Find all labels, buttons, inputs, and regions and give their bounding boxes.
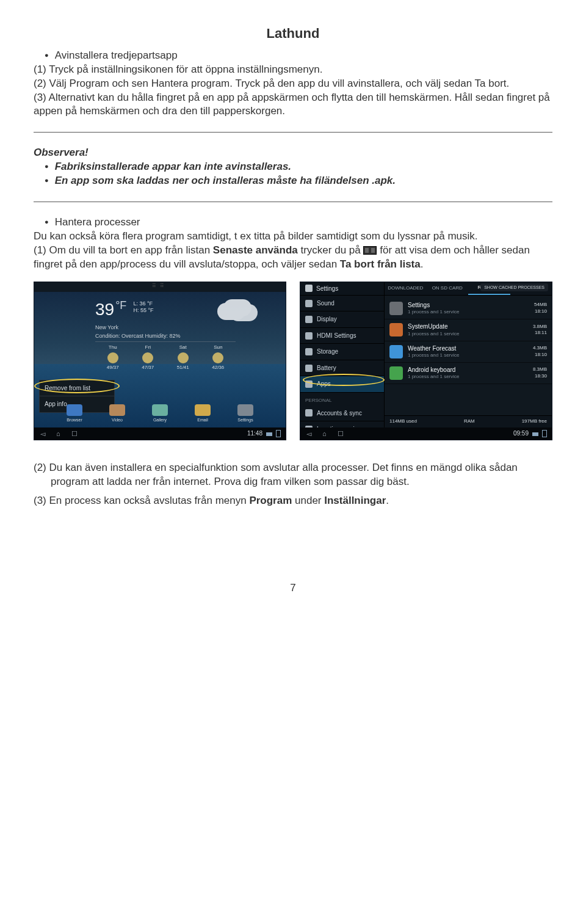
app-time: 18:11	[533, 330, 547, 336]
app-row[interactable]: Weather Forecast1 process and 1 service4…	[385, 341, 552, 363]
menu-label: HDMI Settings	[317, 332, 356, 340]
city-label: New York	[95, 324, 236, 331]
ram-footer: 114MB used RAM 197MB free	[385, 415, 552, 427]
t: Inställningar	[324, 495, 386, 506]
app-time: 18:10	[533, 352, 547, 358]
battery-icon	[276, 430, 281, 437]
sync-icon	[305, 409, 313, 417]
highlight-ellipse	[34, 379, 120, 393]
t: Senaste använda	[213, 244, 298, 256]
section2-step1: (1) Om du vill ta bort en app från lista…	[34, 244, 552, 272]
back-icon[interactable]: ◅	[40, 429, 45, 438]
section1-step2: (2) Välj Program och sen Hantera program…	[34, 77, 552, 91]
menu-label: Sound	[317, 299, 335, 308]
nav-bar: ◅ ⌂ ☐ 11:48	[34, 427, 286, 440]
temp-high: H: 55 °F	[133, 307, 153, 313]
app-size: 8.3MB	[533, 366, 547, 373]
tab-downloaded[interactable]: DOWNLOADED	[385, 282, 427, 295]
app-sub: 1 process and 1 service	[408, 331, 528, 338]
t: Ta bort från lista	[340, 258, 421, 270]
day-temp: 51/41	[165, 365, 201, 371]
menu-storage[interactable]: Storage	[300, 344, 384, 360]
dock-video[interactable]: Video	[108, 404, 126, 423]
app-size: 3.8MB	[533, 324, 547, 330]
settings-header: Settings	[300, 282, 384, 296]
menu-section-personal: PERSONAL	[300, 393, 384, 406]
nav-bar: ◅ ⌂ ☐ 09:59	[300, 427, 552, 440]
section2-heading-bullet: Hantera processer	[45, 216, 552, 230]
highlight-ellipse	[303, 374, 385, 386]
day-name: Fri	[131, 344, 166, 351]
settings-icon	[305, 285, 313, 292]
t: (1) Om du vill ta bort en app från lista…	[34, 244, 213, 256]
section3-step2: (2) Du kan även installera en specialfun…	[34, 461, 552, 489]
dock-settings[interactable]: Settings	[236, 404, 255, 423]
app-name: SystemUpdate	[408, 322, 528, 331]
app-size: 4.3MB	[533, 345, 547, 352]
tab-sdcard[interactable]: ON SD CARD	[427, 282, 469, 295]
ram-used: 114MB used	[389, 418, 417, 425]
battery-icon	[542, 430, 547, 437]
menu-label: Battery	[317, 364, 336, 373]
dock-label: Email	[197, 417, 208, 423]
dock: Browser Video Gallery Email Settings	[34, 399, 286, 427]
app-name: Weather Forecast	[408, 344, 528, 353]
dock-label: Browser	[67, 417, 82, 423]
dock-label: Video	[112, 417, 123, 423]
show-cached-button[interactable]: SHOW CACHED PROCESSES	[480, 283, 548, 291]
menu-accounts[interactable]: Accounts & sync	[300, 406, 384, 422]
app-sub: 1 process and 1 service	[408, 309, 529, 316]
app-icon	[389, 302, 403, 315]
separator	[34, 202, 552, 202]
weather-icon	[212, 352, 223, 363]
screenshot-home-context-menu: ⠿⠿ 39°F L: 36 °FH: 55 °F New York Condit…	[34, 282, 286, 440]
recent-apps-icon	[363, 246, 377, 255]
temp-value: 39	[95, 300, 114, 319]
recent-icon[interactable]: ☐	[338, 429, 344, 438]
app-icon	[389, 366, 403, 380]
note-heading: Observera!	[34, 146, 552, 160]
app-time: 18:30	[533, 373, 547, 380]
day-name: Sun	[201, 344, 236, 351]
dock-email[interactable]: Email	[194, 404, 212, 423]
section1-step1: (1) Tryck på inställningsikonen för att …	[34, 63, 552, 77]
dock-label: Gallery	[153, 417, 167, 423]
settings-title: Settings	[316, 285, 338, 293]
home-icon[interactable]: ⌂	[322, 429, 327, 438]
dock-browser[interactable]: Browser	[65, 404, 84, 423]
weather-icon	[107, 352, 118, 363]
section1-step3: (3) Alternativt kan du hålla fingret på …	[34, 91, 552, 119]
note-bullets: Fabriksinstallerade appar kan inte avins…	[45, 160, 552, 188]
clock-time: 09:59	[513, 429, 529, 438]
screenshot-settings-apps: Settings Sound Display HDMI Settings Sto…	[300, 282, 552, 440]
menu-sound[interactable]: Sound	[300, 296, 384, 312]
weather-icon	[142, 352, 153, 363]
section2-heading: Hantera processer	[55, 216, 140, 228]
temp-low: L: 36 °F	[133, 300, 153, 307]
sound-icon	[305, 300, 313, 307]
ram-free: 197MB free	[522, 418, 547, 425]
status-bar-top: ⠿⠿	[34, 282, 286, 292]
day-name: Sat	[165, 344, 201, 351]
menu-display[interactable]: Display	[300, 311, 384, 328]
app-row[interactable]: Settings1 process and 1 service54MB18:10	[385, 298, 552, 319]
recent-icon[interactable]: ☐	[71, 429, 78, 438]
menu-hdmi[interactable]: HDMI Settings	[300, 328, 384, 344]
dock-gallery[interactable]: Gallery	[151, 404, 169, 423]
app-sub: 1 process and 1 service	[408, 374, 528, 380]
day-temp: 47/37	[131, 365, 166, 371]
day-temp: 42/36	[201, 365, 236, 371]
t: .	[386, 495, 389, 506]
battery-icon	[305, 365, 313, 372]
back-icon[interactable]: ◅	[306, 429, 311, 438]
home-icon[interactable]: ⌂	[56, 429, 60, 438]
ram-label: RAM	[464, 418, 475, 425]
display-icon	[305, 316, 313, 323]
app-size: 54MB	[534, 302, 547, 308]
app-row[interactable]: SystemUpdate1 process and 1 service3.8MB…	[385, 319, 552, 341]
screenshot-row: ⠿⠿ 39°F L: 36 °FH: 55 °F New York Condit…	[34, 282, 552, 440]
storage-icon	[305, 348, 313, 355]
note-b1: Fabriksinstallerade appar kan inte avins…	[55, 161, 291, 172]
app-row[interactable]: Android keyboard1 process and 1 service8…	[385, 363, 552, 384]
hdmi-icon	[305, 332, 313, 340]
